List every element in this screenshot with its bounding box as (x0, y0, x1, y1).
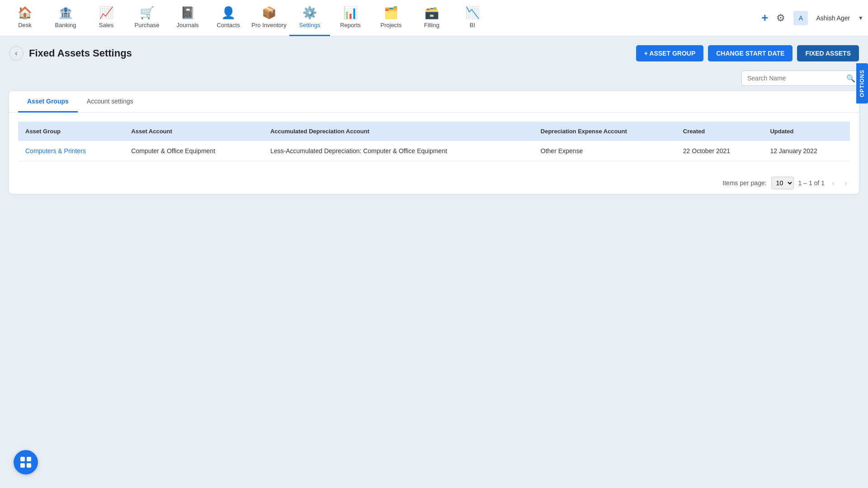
user-name[interactable]: Ashish Ager (816, 14, 850, 22)
nav-pro-inventory[interactable]: 📦 Pro Inventory (249, 0, 289, 36)
tab-account-settings[interactable]: Account settings (78, 91, 142, 113)
nav-desk[interactable]: 🏠 Desk (5, 0, 45, 36)
back-button[interactable]: ‹ (9, 46, 24, 61)
nav-settings[interactable]: ⚙️ Settings (289, 0, 330, 36)
cell-accumulated-depreciation: Less-Accumulated Depreciation: Computer … (263, 141, 533, 161)
nav-projects-label: Projects (381, 22, 402, 28)
table-header-row: Asset Group Asset Account Accumulated De… (18, 122, 850, 141)
page-title: Fixed Assets Settings (29, 47, 132, 59)
nav-contacts[interactable]: 👤 Contacts (208, 0, 249, 36)
nav-contacts-label: Contacts (217, 22, 240, 28)
items-per-page-select[interactable]: 10 25 50 (771, 177, 794, 189)
projects-icon: 🗂️ (384, 6, 398, 20)
page-header-right: + ASSET GROUP CHANGE START DATE FIXED AS… (636, 45, 859, 61)
nav-filling-label: Filling (424, 22, 439, 28)
cell-updated: 12 January 2022 (763, 141, 850, 161)
nav-reports[interactable]: 📊 Reports (330, 0, 371, 36)
table-row: Computers & Printers Computer & Office E… (18, 141, 850, 161)
contacts-icon: 👤 (221, 6, 236, 20)
nav-filling[interactable]: 🗃️ Filling (411, 0, 452, 36)
nav-desk-label: Desk (18, 22, 32, 28)
items-per-page-label: Items per page: (722, 179, 766, 187)
tabs: Asset Groups Account settings (9, 91, 859, 113)
app-menu-button[interactable] (14, 450, 38, 474)
page-header-left: ‹ Fixed Assets Settings (9, 46, 132, 61)
cell-asset-account: Computer & Office Equipment (124, 141, 263, 161)
nav-bi[interactable]: 📉 BI (452, 0, 493, 36)
journals-icon: 📓 (180, 6, 195, 20)
nav-banking-label: Banking (55, 22, 76, 28)
cell-asset-group: Computers & Printers (18, 141, 124, 161)
nav-purchase-label: Purchase (135, 22, 160, 28)
bi-icon: 📉 (465, 6, 480, 20)
nav-items-list: 🏠 Desk 🏦 Banking 📈 Sales 🛒 Purchase 📓 Jo… (5, 0, 761, 36)
nav-bi-label: BI (470, 22, 475, 28)
col-header-updated: Updated (763, 122, 850, 141)
nav-reports-label: Reports (340, 22, 361, 28)
options-sidebar[interactable]: OPTIONS (856, 63, 868, 103)
nav-pro-inventory-label: Pro Inventory (251, 22, 286, 28)
fixed-assets-button[interactable]: FIXED ASSETS (797, 45, 859, 61)
col-header-depreciation-expense: Depreciation Expense Account (533, 122, 676, 141)
grid-icon (20, 457, 31, 468)
main-card: Asset Groups Account settings Asset Grou… (9, 91, 859, 194)
nav-sales[interactable]: 📈 Sales (86, 0, 127, 36)
pagination: Items per page: 10 25 50 1 – 1 of 1 ‹ › (9, 170, 859, 194)
pagination-next-button[interactable]: › (842, 178, 850, 189)
purchase-icon: 🛒 (140, 6, 154, 20)
col-header-accumulated-depreciation: Accumulated Depreciation Account (263, 122, 533, 141)
banking-icon: 🏦 (58, 6, 73, 20)
tab-asset-groups[interactable]: Asset Groups (18, 91, 78, 113)
search-input[interactable] (741, 70, 859, 86)
table-container: Asset Group Asset Account Accumulated De… (9, 113, 859, 170)
asset-groups-table: Asset Group Asset Account Accumulated De… (18, 122, 850, 161)
nav-right: + ⚙ A Ashish Ager ▼ (761, 11, 863, 25)
sales-icon: 📈 (99, 6, 113, 20)
asset-group-button[interactable]: + ASSET GROUP (636, 45, 703, 61)
nav-settings-label: Settings (299, 22, 321, 28)
reports-icon: 📊 (343, 6, 358, 20)
pagination-prev-button[interactable]: ‹ (829, 178, 837, 189)
search-box: 🔍 (741, 70, 859, 86)
nav-sales-label: Sales (99, 22, 114, 28)
nav-projects[interactable]: 🗂️ Projects (371, 0, 411, 36)
cell-depreciation-expense: Other Expense (533, 141, 676, 161)
add-button[interactable]: + (761, 11, 768, 25)
top-navigation: 🏠 Desk 🏦 Banking 📈 Sales 🛒 Purchase 📓 Jo… (0, 0, 868, 36)
gear-icon[interactable]: ⚙ (776, 12, 785, 24)
asset-group-link[interactable]: Computers & Printers (25, 147, 86, 155)
user-dropdown-icon[interactable]: ▼ (858, 15, 863, 21)
nav-journals-label: Journals (176, 22, 198, 28)
settings-icon: ⚙️ (302, 6, 317, 20)
pro-inventory-icon: 📦 (262, 6, 276, 20)
col-header-created: Created (676, 122, 763, 141)
page-header: ‹ Fixed Assets Settings + ASSET GROUP CH… (9, 45, 859, 61)
page-content: ‹ Fixed Assets Settings + ASSET GROUP CH… (9, 36, 859, 203)
filling-icon: 🗃️ (425, 6, 439, 20)
search-icon-button[interactable]: 🔍 (846, 74, 855, 83)
pagination-range: 1 – 1 of 1 (798, 179, 825, 187)
nav-purchase[interactable]: 🛒 Purchase (127, 0, 167, 36)
nav-journals[interactable]: 📓 Journals (167, 0, 208, 36)
search-row: 🔍 (9, 70, 859, 86)
desk-icon: 🏠 (18, 6, 32, 20)
col-header-asset-group: Asset Group (18, 122, 124, 141)
avatar[interactable]: A (793, 11, 808, 25)
change-start-date-button[interactable]: CHANGE START DATE (708, 45, 793, 61)
cell-created: 22 October 2021 (676, 141, 763, 161)
col-header-asset-account: Asset Account (124, 122, 263, 141)
nav-banking[interactable]: 🏦 Banking (45, 0, 86, 36)
